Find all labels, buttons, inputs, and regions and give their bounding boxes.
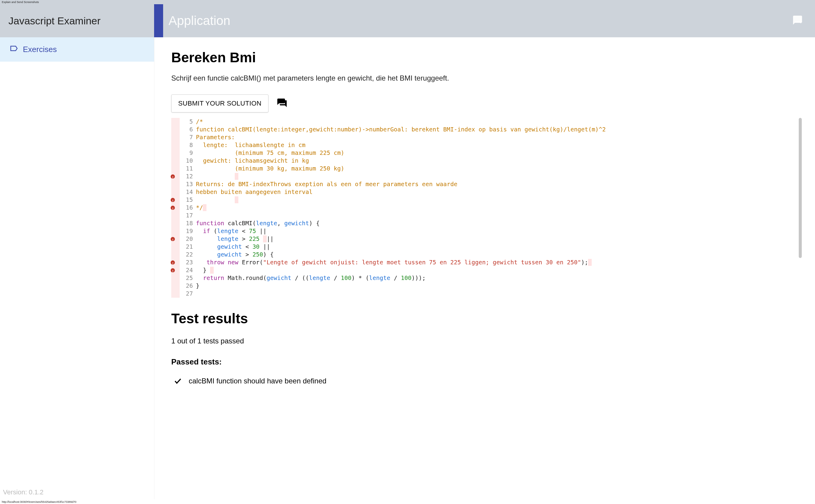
chat-icon[interactable] — [792, 15, 803, 27]
code-line[interactable]: return Math.round(gewicht / ((lengte / 1… — [196, 274, 798, 282]
code-line[interactable]: } — [196, 282, 798, 290]
version-label: Version: 0.1.2 — [3, 488, 44, 496]
gutter-line: 22 — [180, 251, 193, 259]
gutter-line: 21 — [180, 243, 193, 251]
gutter-line: 12 — [180, 173, 193, 180]
label-icon — [10, 44, 19, 55]
code-editor[interactable]: 5678910111213141516171819202122232425262… — [171, 118, 798, 298]
code-line[interactable] — [196, 196, 798, 204]
gutter-line: 5 — [180, 118, 193, 126]
code-line[interactable]: Parameters: — [196, 134, 798, 141]
gutter-line: 6 — [180, 126, 193, 134]
gutter-line: 17 — [180, 212, 193, 220]
gutter-line: 27 — [180, 290, 193, 298]
code-line[interactable]: (minimum 75 cm, maximum 225 cm) — [196, 149, 798, 157]
gutter-line: 8 — [180, 141, 193, 149]
gutter-line: 10 — [180, 157, 193, 165]
sidebar-item-exercises[interactable]: Exercises — [0, 37, 154, 62]
gutter-line: 11 — [180, 165, 193, 173]
gutter-line: 24 — [180, 266, 193, 274]
code-line[interactable]: lengte > 225 || — [196, 235, 798, 243]
code-line[interactable]: gewicht < 30 || — [196, 243, 798, 251]
main-content: Bereken Bmi Schrijf een functie calcBMI(… — [154, 37, 815, 499]
code-line[interactable]: if (lengte < 75 || — [196, 227, 798, 235]
results-title: Test results — [171, 310, 798, 327]
code-line[interactable]: Returns: de BMI-indexThrows exeption als… — [196, 180, 798, 188]
gutter-line: 26 — [180, 282, 193, 290]
code-line[interactable]: function calcBMI(lengte, gewicht) { — [196, 220, 798, 227]
gutter-line: 7 — [180, 134, 193, 141]
check-icon — [174, 377, 182, 385]
results-summary: 1 out of 1 tests passed — [171, 337, 798, 345]
status-bar: http://localhost:3030/#/exercises/55425a… — [0, 500, 815, 504]
code-line[interactable] — [196, 173, 798, 180]
gutter-line: 15 — [180, 196, 193, 204]
sidebar-item-label: Exercises — [23, 45, 57, 54]
code-line[interactable]: */ — [196, 204, 798, 212]
code-line[interactable]: hebben buiten aangegeven interval — [196, 188, 798, 196]
submit-button[interactable]: SUBMIT YOUR SOLUTION — [171, 94, 269, 112]
code-line[interactable]: throw new Error("Lengte of gewicht onjui… — [196, 259, 798, 266]
header-right: Application — [163, 4, 815, 37]
exercise-description: Schrijf een functie calcBMI() met parame… — [171, 74, 798, 82]
sidebar: Exercises Version: 0.1.2 — [0, 37, 154, 499]
editor-scrollbar[interactable] — [799, 118, 802, 298]
chat-icon[interactable] — [277, 98, 287, 109]
gutter-line: 25 — [180, 274, 193, 282]
gutter-line: 14 — [180, 188, 193, 196]
code-line[interactable]: /* — [196, 118, 798, 126]
gutter-line: 16 — [180, 204, 193, 212]
passed-test-item: calcBMI function should have been define… — [171, 377, 798, 385]
code-line[interactable]: gewicht > 250) { — [196, 251, 798, 259]
code-line[interactable]: gewicht: lichaamsgewicht in kg — [196, 157, 798, 165]
gutter-line: 13 — [180, 180, 193, 188]
page-title: Bereken Bmi — [171, 49, 798, 66]
gutter-line: 20 — [180, 235, 193, 243]
header: Javascript Examiner Application — [0, 4, 815, 37]
code-line[interactable] — [196, 290, 798, 298]
code-line[interactable]: (minimum 30 kg, maximum 250 kg) — [196, 165, 798, 173]
page-header-title: Application — [168, 14, 230, 28]
passed-tests-title: Passed tests: — [171, 357, 798, 367]
code-line[interactable]: lengte: lichaamslengte in cm — [196, 141, 798, 149]
code-line[interactable]: function calcBMI(lengte:integer,gewicht:… — [196, 126, 798, 134]
code-line[interactable]: } — [196, 266, 798, 274]
gutter-line: 18 — [180, 220, 193, 227]
app-name: Javascript Examiner — [0, 4, 154, 37]
header-divider — [154, 4, 163, 37]
gutter-line: 19 — [180, 227, 193, 235]
code-line[interactable] — [196, 212, 798, 220]
gutter-line: 23 — [180, 259, 193, 266]
gutter-line: 9 — [180, 149, 193, 157]
extension-bar: Explain and Send Screenshots — [0, 0, 815, 4]
